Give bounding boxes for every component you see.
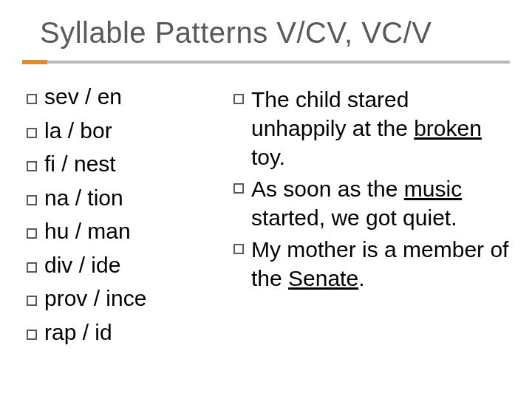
bullet-icon (27, 161, 37, 171)
bullet-icon (27, 94, 37, 104)
underlined-word: music (404, 177, 462, 201)
slide: Syllable Patterns V/CV, VC/V sev / en la… (0, 0, 532, 399)
list-item: hu / man (27, 219, 233, 243)
list-item: fi / nest (27, 152, 233, 176)
list-item: la / bor (27, 119, 233, 143)
list-item: The child stared unhappily at the broken… (233, 85, 510, 171)
word-text: la / bor (44, 119, 112, 143)
list-item: As soon as the music started, we got qui… (233, 174, 510, 232)
bullet-icon (27, 128, 37, 138)
underlined-word: Senate (288, 266, 358, 290)
sentence-post: started, we got quiet. (251, 205, 457, 230)
list-item: na / tion (27, 186, 233, 210)
slide-title: Syllable Patterns V/CV, VC/V (22, 16, 510, 50)
word-text: hu / man (44, 219, 131, 243)
bullet-icon (27, 228, 37, 239)
accent-bar (22, 60, 47, 64)
bullet-icon (233, 94, 244, 104)
sentence-list: The child stared unhappily at the broken… (233, 85, 510, 354)
sentence-text: My mother is a member of the Senate. (251, 235, 510, 293)
sentence-pre: As soon as the (251, 177, 404, 201)
bullet-icon (27, 296, 37, 306)
sentence-pre: The child stared unhappily at the (251, 87, 414, 140)
list-item: My mother is a member of the Senate. (233, 235, 510, 293)
list-item: sev / en (27, 85, 233, 109)
sentence-post: . (358, 266, 364, 290)
sentence-text: As soon as the music started, we got qui… (251, 174, 510, 232)
underlined-word: broken (414, 116, 482, 140)
word-text: fi / nest (44, 152, 116, 176)
word-list: sev / en la / bor fi / nest na / tion hu… (27, 85, 233, 354)
word-text: div / ide (44, 253, 120, 277)
slide-body: sev / en la / bor fi / nest na / tion hu… (22, 85, 510, 354)
bullet-icon (233, 183, 244, 194)
bullet-icon (27, 195, 37, 205)
word-text: prov / ince (44, 287, 146, 310)
sentence-text: The child stared unhappily at the broken… (251, 85, 510, 171)
word-text: rap / id (44, 321, 112, 344)
word-text: na / tion (44, 186, 123, 210)
list-item: rap / id (27, 321, 233, 344)
bullet-icon (27, 262, 37, 273)
divider-bar (47, 61, 510, 64)
list-item: prov / ince (27, 287, 233, 310)
title-rule (22, 60, 510, 64)
list-item: div / ide (27, 253, 233, 277)
bullet-icon (27, 330, 37, 340)
word-text: sev / en (44, 85, 122, 109)
bullet-icon (233, 244, 244, 254)
sentence-post: toy. (251, 145, 285, 169)
